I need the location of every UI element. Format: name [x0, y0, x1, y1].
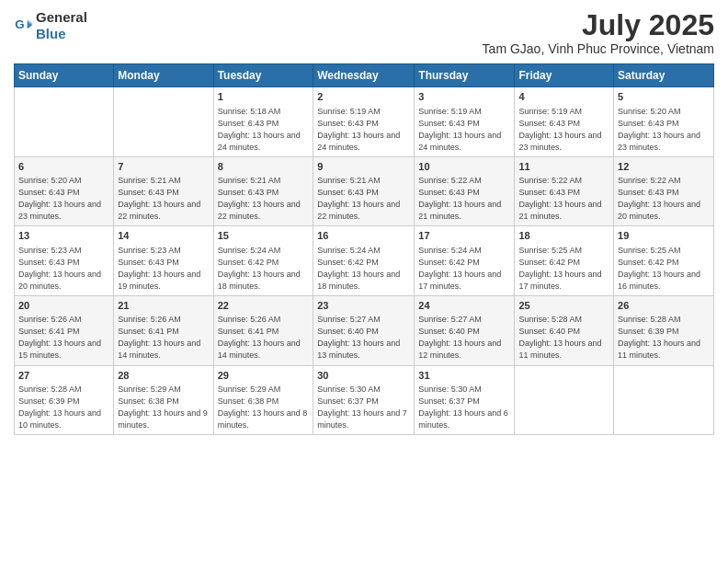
- day-number: 4: [518, 90, 609, 104]
- day-info: Sunrise: 5:18 AM Sunset: 6:43 PM Dayligh…: [218, 106, 310, 154]
- calendar-cell: 29Sunrise: 5:29 AM Sunset: 6:38 PM Dayli…: [213, 365, 313, 435]
- calendar-page: G General Blue July 2025 Tam GJao, Vinh …: [0, 0, 728, 563]
- day-number: 20: [18, 299, 109, 313]
- logo: G General Blue: [14, 9, 87, 42]
- day-info: Sunrise: 5:28 AM Sunset: 6:40 PM Dayligh…: [518, 314, 609, 362]
- logo-text: General Blue: [36, 9, 87, 42]
- day-info: Sunrise: 5:24 AM Sunset: 6:42 PM Dayligh…: [418, 245, 510, 293]
- calendar-cell: 16Sunrise: 5:24 AM Sunset: 6:42 PM Dayli…: [313, 226, 415, 296]
- week-row-3: 13Sunrise: 5:23 AM Sunset: 6:43 PM Dayli…: [15, 226, 714, 296]
- day-info: Sunrise: 5:23 AM Sunset: 6:43 PM Dayligh…: [18, 245, 109, 293]
- calendar-cell: 10Sunrise: 5:22 AM Sunset: 6:43 PM Dayli…: [415, 156, 515, 226]
- day-info: Sunrise: 5:29 AM Sunset: 6:38 PM Dayligh…: [118, 384, 209, 431]
- weekday-sunday: Sunday: [15, 64, 114, 87]
- calendar-cell: 6Sunrise: 5:20 AM Sunset: 6:43 PM Daylig…: [15, 156, 114, 226]
- calendar-cell: 26Sunrise: 5:28 AM Sunset: 6:39 PM Dayli…: [614, 295, 714, 365]
- calendar-cell: 7Sunrise: 5:21 AM Sunset: 6:43 PM Daylig…: [114, 156, 213, 226]
- calendar-cell: 1Sunrise: 5:18 AM Sunset: 6:43 PM Daylig…: [213, 87, 313, 157]
- calendar-cell: 30Sunrise: 5:30 AM Sunset: 6:37 PM Dayli…: [313, 365, 415, 435]
- day-info: Sunrise: 5:21 AM Sunset: 6:43 PM Dayligh…: [317, 175, 410, 223]
- day-number: 18: [518, 229, 609, 243]
- day-info: Sunrise: 5:28 AM Sunset: 6:39 PM Dayligh…: [618, 314, 710, 362]
- day-info: Sunrise: 5:27 AM Sunset: 6:40 PM Dayligh…: [418, 314, 510, 362]
- calendar-cell: 20Sunrise: 5:26 AM Sunset: 6:41 PM Dayli…: [15, 295, 114, 365]
- day-number: 26: [618, 299, 710, 313]
- header: G General Blue July 2025 Tam GJao, Vinh …: [14, 9, 714, 56]
- day-info: Sunrise: 5:19 AM Sunset: 6:43 PM Dayligh…: [317, 106, 410, 154]
- day-info: Sunrise: 5:20 AM Sunset: 6:43 PM Dayligh…: [618, 106, 710, 154]
- weekday-monday: Monday: [114, 64, 213, 87]
- calendar-cell: 28Sunrise: 5:29 AM Sunset: 6:38 PM Dayli…: [114, 365, 213, 435]
- calendar-cell: 18Sunrise: 5:25 AM Sunset: 6:42 PM Dayli…: [515, 226, 614, 296]
- day-number: 9: [317, 160, 410, 174]
- day-info: Sunrise: 5:24 AM Sunset: 6:42 PM Dayligh…: [317, 245, 410, 293]
- day-number: 10: [418, 160, 510, 174]
- day-info: Sunrise: 5:28 AM Sunset: 6:39 PM Dayligh…: [18, 384, 109, 431]
- day-info: Sunrise: 5:22 AM Sunset: 6:43 PM Dayligh…: [518, 175, 609, 223]
- day-info: Sunrise: 5:26 AM Sunset: 6:41 PM Dayligh…: [18, 314, 109, 362]
- weekday-saturday: Saturday: [614, 64, 714, 87]
- day-info: Sunrise: 5:24 AM Sunset: 6:42 PM Dayligh…: [218, 245, 310, 293]
- weekday-wednesday: Wednesday: [313, 64, 415, 87]
- weekday-tuesday: Tuesday: [213, 64, 313, 87]
- day-info: Sunrise: 5:29 AM Sunset: 6:38 PM Dayligh…: [218, 384, 310, 431]
- logo-icon: G: [14, 17, 32, 35]
- day-number: 15: [218, 229, 310, 243]
- day-number: 17: [418, 229, 510, 243]
- week-row-2: 6Sunrise: 5:20 AM Sunset: 6:43 PM Daylig…: [15, 156, 714, 226]
- calendar-cell: 8Sunrise: 5:21 AM Sunset: 6:43 PM Daylig…: [213, 156, 313, 226]
- day-number: 3: [418, 90, 510, 104]
- calendar-cell: [614, 365, 714, 435]
- calendar-cell: 31Sunrise: 5:30 AM Sunset: 6:37 PM Dayli…: [415, 365, 515, 435]
- day-number: 29: [218, 369, 310, 383]
- month-title: July 2025: [483, 9, 714, 41]
- day-number: 7: [118, 160, 209, 174]
- day-info: Sunrise: 5:25 AM Sunset: 6:42 PM Dayligh…: [518, 245, 609, 293]
- day-number: 1: [218, 90, 310, 104]
- day-number: 28: [118, 369, 209, 383]
- day-number: 25: [518, 299, 609, 313]
- day-number: 6: [18, 160, 109, 174]
- calendar-cell: 24Sunrise: 5:27 AM Sunset: 6:40 PM Dayli…: [415, 295, 515, 365]
- day-info: Sunrise: 5:30 AM Sunset: 6:37 PM Dayligh…: [418, 384, 510, 431]
- title-area: July 2025 Tam GJao, Vinh Phuc Province, …: [483, 9, 714, 56]
- calendar-table: SundayMondayTuesdayWednesdayThursdayFrid…: [14, 63, 714, 435]
- calendar-cell: 22Sunrise: 5:26 AM Sunset: 6:41 PM Dayli…: [213, 295, 313, 365]
- day-number: 30: [317, 369, 410, 383]
- calendar-cell: 14Sunrise: 5:23 AM Sunset: 6:43 PM Dayli…: [114, 226, 213, 296]
- day-info: Sunrise: 5:19 AM Sunset: 6:43 PM Dayligh…: [518, 106, 609, 154]
- calendar-cell: 13Sunrise: 5:23 AM Sunset: 6:43 PM Dayli…: [15, 226, 114, 296]
- day-number: 11: [518, 160, 609, 174]
- calendar-cell: [515, 365, 614, 435]
- day-number: 5: [618, 90, 710, 104]
- calendar-cell: 27Sunrise: 5:28 AM Sunset: 6:39 PM Dayli…: [15, 365, 114, 435]
- calendar-cell: 2Sunrise: 5:19 AM Sunset: 6:43 PM Daylig…: [313, 87, 415, 157]
- day-number: 31: [418, 369, 510, 383]
- day-number: 16: [317, 229, 410, 243]
- weekday-header-row: SundayMondayTuesdayWednesdayThursdayFrid…: [15, 64, 714, 87]
- day-number: 12: [618, 160, 710, 174]
- weekday-friday: Friday: [515, 64, 614, 87]
- calendar-cell: 19Sunrise: 5:25 AM Sunset: 6:42 PM Dayli…: [614, 226, 714, 296]
- calendar-cell: 15Sunrise: 5:24 AM Sunset: 6:42 PM Dayli…: [213, 226, 313, 296]
- day-info: Sunrise: 5:25 AM Sunset: 6:42 PM Dayligh…: [618, 245, 710, 293]
- svg-text:G: G: [15, 17, 24, 31]
- day-info: Sunrise: 5:21 AM Sunset: 6:43 PM Dayligh…: [218, 175, 310, 223]
- day-info: Sunrise: 5:22 AM Sunset: 6:43 PM Dayligh…: [618, 175, 710, 223]
- weekday-thursday: Thursday: [415, 64, 515, 87]
- calendar-cell: 21Sunrise: 5:26 AM Sunset: 6:41 PM Dayli…: [114, 295, 213, 365]
- day-number: 13: [18, 229, 109, 243]
- calendar-cell: [114, 87, 213, 157]
- day-number: 24: [418, 299, 510, 313]
- calendar-cell: 4Sunrise: 5:19 AM Sunset: 6:43 PM Daylig…: [515, 87, 614, 157]
- week-row-4: 20Sunrise: 5:26 AM Sunset: 6:41 PM Dayli…: [15, 295, 714, 365]
- day-number: 22: [218, 299, 310, 313]
- week-row-1: 1Sunrise: 5:18 AM Sunset: 6:43 PM Daylig…: [15, 87, 714, 157]
- week-row-5: 27Sunrise: 5:28 AM Sunset: 6:39 PM Dayli…: [15, 365, 714, 435]
- logo-blue: Blue: [36, 26, 66, 41]
- day-number: 8: [218, 160, 310, 174]
- calendar-cell: 17Sunrise: 5:24 AM Sunset: 6:42 PM Dayli…: [415, 226, 515, 296]
- day-info: Sunrise: 5:20 AM Sunset: 6:43 PM Dayligh…: [18, 175, 109, 223]
- day-info: Sunrise: 5:27 AM Sunset: 6:40 PM Dayligh…: [317, 314, 410, 362]
- day-info: Sunrise: 5:30 AM Sunset: 6:37 PM Dayligh…: [317, 384, 410, 431]
